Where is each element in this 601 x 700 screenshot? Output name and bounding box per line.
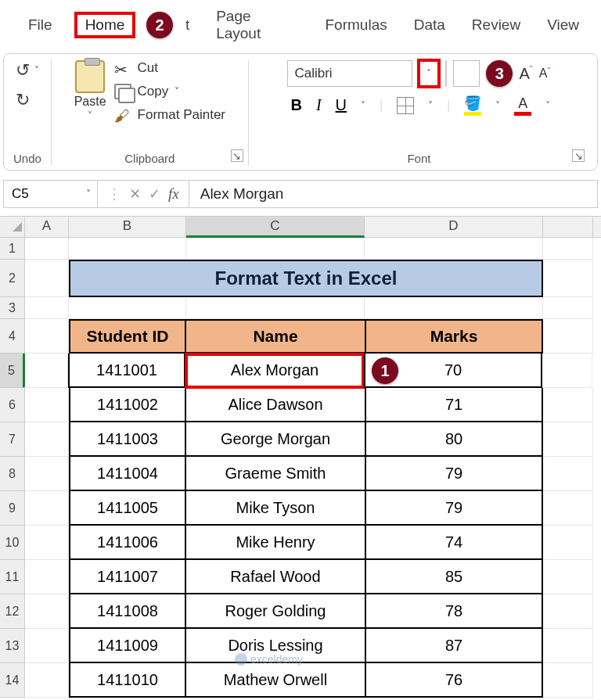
italic-button[interactable]: I [316, 96, 322, 114]
cell[interactable] [25, 457, 69, 491]
cell-marks[interactable]: 85 [365, 560, 543, 594]
cell[interactable] [25, 594, 69, 629]
cell[interactable] [543, 238, 593, 260]
cell-marks[interactable]: 79 [365, 491, 543, 526]
cell[interactable] [543, 260, 593, 297]
row-header[interactable]: 9 [0, 491, 25, 526]
cell[interactable] [543, 526, 593, 560]
font-color-button[interactable]: A [514, 95, 531, 116]
row-header[interactable]: 14 [0, 663, 25, 698]
cut-button[interactable]: ✂Cut [114, 60, 225, 76]
insert-function-button[interactable]: fx [168, 185, 179, 203]
cell[interactable] [542, 354, 592, 388]
cell-name[interactable]: Graeme Smith [186, 457, 365, 491]
col-header-C[interactable]: C [186, 217, 365, 238]
tab-page-layout[interactable]: Page Layout [211, 5, 303, 45]
tab-insert[interactable]: t [181, 13, 194, 37]
font-name-input[interactable]: Calibri [287, 60, 412, 87]
chevron-down-icon[interactable]: ˅ [361, 100, 365, 111]
clipboard-dialog-launcher[interactable]: ↘ [231, 149, 243, 162]
cell-name[interactable]: Alex Morgan [185, 354, 364, 388]
chevron-down-icon[interactable]: ˅ [428, 100, 433, 111]
col-header-A[interactable]: A [25, 217, 69, 237]
chevron-down-icon[interactable]: ˅ [34, 65, 39, 76]
cell[interactable] [543, 297, 593, 319]
cell-name[interactable]: Mike Henry [186, 526, 365, 560]
cell[interactable] [25, 560, 69, 594]
cell-name[interactable]: Roger Golding [186, 594, 365, 629]
cell[interactable] [186, 238, 365, 260]
cell-student-id[interactable]: 1411003 [69, 422, 186, 457]
col-header-B[interactable]: B [69, 217, 186, 237]
cell[interactable] [543, 319, 593, 354]
row-header[interactable]: 4 [0, 319, 25, 354]
cell[interactable] [543, 663, 593, 698]
col-header-E[interactable] [543, 217, 593, 237]
cell[interactable] [25, 238, 69, 260]
format-painter-button[interactable]: 🖌Format Painter [114, 107, 225, 123]
cell[interactable] [25, 663, 69, 698]
row-header[interactable]: 11 [0, 560, 25, 594]
chevron-down-icon[interactable]: ˅ [495, 100, 500, 111]
chevron-down-icon[interactable]: ˅ [545, 100, 550, 111]
chevron-down-icon[interactable]: ˅ [88, 110, 92, 121]
cell-student-id[interactable]: 1411001 [68, 354, 185, 388]
row-header[interactable]: 6 [0, 388, 25, 422]
col-header-D[interactable]: D [365, 217, 543, 237]
bold-button[interactable]: B [290, 96, 301, 114]
row-header[interactable]: 5 [0, 354, 25, 388]
undo-button[interactable]: ↺ ˅ [16, 60, 39, 81]
table-header[interactable]: Name [186, 319, 365, 354]
cell[interactable] [186, 297, 365, 319]
fill-color-button[interactable]: 🪣 [464, 95, 481, 116]
font-name-dropdown[interactable]: ˅ [419, 60, 439, 87]
row-header[interactable]: 12 [0, 594, 25, 629]
cell[interactable] [24, 354, 68, 388]
chevron-down-icon[interactable]: ˅ [175, 86, 179, 97]
tab-file[interactable]: File [23, 13, 57, 37]
cell[interactable] [365, 238, 543, 260]
cell-student-id[interactable]: 1411009 [69, 629, 186, 663]
cell[interactable] [25, 319, 69, 354]
chevron-down-icon[interactable]: ˅ [86, 188, 91, 199]
cell[interactable] [543, 629, 593, 663]
cell-marks[interactable]: 79 [365, 457, 543, 491]
cell[interactable] [69, 238, 186, 260]
tab-home[interactable]: Home [74, 12, 136, 38]
tab-review[interactable]: Review [467, 13, 525, 37]
cell[interactable] [25, 629, 69, 663]
table-header[interactable]: Student ID [69, 319, 186, 354]
cell[interactable] [25, 491, 69, 526]
title-cell[interactable]: Format Text in Excel [69, 260, 543, 297]
cell-name[interactable]: Mathew Orwell [186, 663, 365, 698]
tab-formulas[interactable]: Formulas [321, 13, 392, 37]
cell-student-id[interactable]: 1411007 [69, 560, 186, 594]
row-header[interactable]: 2 [0, 260, 25, 297]
cell[interactable] [543, 491, 593, 526]
row-header[interactable]: 8 [0, 457, 25, 491]
cell-name[interactable]: Rafael Wood [186, 560, 365, 594]
cell-marks[interactable]: 78 [365, 594, 543, 629]
select-all-button[interactable] [0, 217, 25, 237]
cell[interactable] [25, 526, 69, 560]
font-dialog-launcher[interactable]: ↘ [572, 149, 585, 162]
cell-name[interactable]: Alice Dawson [186, 388, 365, 422]
cell[interactable] [25, 422, 69, 457]
cell-marks[interactable]: 80 [365, 422, 543, 457]
font-size-input[interactable] [453, 60, 480, 87]
name-box[interactable]: C5˅ [4, 181, 98, 207]
grow-font-button[interactable]: Aˆ [519, 65, 532, 83]
cell-marks[interactable]: 87 [365, 629, 543, 663]
cell-student-id[interactable]: 1411002 [69, 388, 186, 422]
borders-button[interactable] [397, 97, 414, 114]
cancel-formula-button[interactable]: ✕ [129, 185, 141, 203]
cell-marks[interactable]: 76 [365, 663, 543, 698]
cell-student-id[interactable]: 1411004 [69, 457, 186, 491]
cell[interactable] [543, 560, 593, 594]
tab-view[interactable]: View [542, 13, 584, 37]
cell[interactable] [543, 388, 593, 422]
tab-data[interactable]: Data [409, 13, 450, 37]
row-header[interactable]: 7 [0, 422, 25, 457]
cell-marks[interactable]: 170 [364, 354, 542, 388]
cell[interactable] [365, 297, 543, 319]
